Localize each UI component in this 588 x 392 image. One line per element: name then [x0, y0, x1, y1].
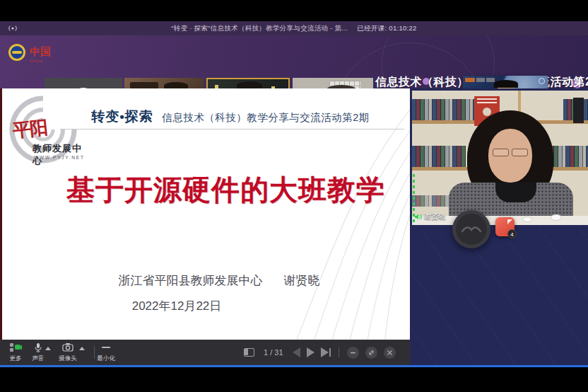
video-scene: [208, 79, 288, 88]
panel-icon[interactable]: [244, 348, 254, 357]
next-slide-button[interactable]: [321, 347, 331, 357]
bottom-toolbar: 更多 声音 摄像头 最小化: [0, 340, 410, 365]
slide-header: 转变•探索 信息技术（科技）教学分享与交流活动第2期: [57, 108, 404, 126]
main-area: 平阳 教师发展中心 WWW.PYJY.NET 转变•探索 信息技术（科技）教学分…: [0, 88, 588, 365]
slide-date: 2022年12月22日: [85, 298, 269, 314]
video-scene: [463, 76, 548, 88]
video-scene: [293, 78, 373, 88]
audio-options-caret[interactable]: [45, 347, 51, 350]
speaker-label: 谢贤晓: [415, 212, 445, 221]
stream-badge[interactable]: [486, 78, 495, 82]
page-indicator: 1 / 31: [264, 348, 283, 357]
meeting-title-text: “转变 · 探索”信息技术（科技）教学分享与交流活动 - 第...: [171, 24, 348, 32]
stream-badge[interactable]: [476, 78, 485, 82]
slide-presenter: 谢贤晓: [284, 272, 320, 289]
shared-slide[interactable]: 平阳 教师发展中心 WWW.PYJY.NET 转变•探索 信息技术（科技）教学分…: [0, 88, 410, 340]
slide-title: 基于开源硬件的大班教学: [66, 171, 385, 209]
more-label: 更多: [10, 354, 22, 363]
pingyang-logo-cn: 平阳: [11, 115, 47, 144]
minus-icon: [350, 350, 356, 356]
pingyang-logo-url: WWW.PYJY.NET: [34, 155, 85, 160]
minimize-icon: [101, 342, 111, 352]
pager-divider: [339, 347, 339, 357]
slide-edge-strip: [0, 88, 2, 340]
elapsed-time: 已经开课: 01:10:22: [357, 24, 416, 32]
association-logo-bar: [12, 51, 22, 54]
society-logo-icon: [539, 78, 545, 84]
play-button[interactable]: [307, 347, 314, 357]
file-share-button[interactable]: 4: [495, 217, 514, 236]
bird-button[interactable]: [452, 210, 490, 248]
video-thumb-mascot[interactable]: 卓世科技小熊老师: [45, 78, 122, 88]
camera-icon: [62, 342, 74, 352]
camera-options-caret[interactable]: [79, 347, 85, 350]
stream-badge[interactable]: [465, 78, 475, 82]
video-thumb-liu[interactable]: 广州市教研院 刘载兴: [124, 78, 204, 88]
video-thumb-teacher[interactable]: 温州 张老师: [293, 78, 373, 88]
slide-divider: [60, 129, 404, 129]
speaker-name: 谢贤晓: [424, 212, 445, 221]
minimize-label: 最小化: [97, 354, 115, 363]
camera-label: 摄像头: [59, 354, 77, 363]
file-icon: [507, 219, 512, 224]
audio-button[interactable]: 声音: [24, 342, 52, 363]
speaker-video[interactable]: 谢贤晓: [412, 91, 588, 225]
mic-icon: [34, 342, 42, 352]
slide-header-rest: 信息技术（科技）教学分享与交流活动第2期: [162, 112, 370, 123]
camera-button[interactable]: 摄像头: [54, 342, 82, 363]
close-button[interactable]: [384, 347, 396, 359]
more-icon: [9, 342, 22, 352]
expand-button[interactable]: [365, 347, 377, 359]
screen: “转变 · 探索”信息技术（科技）教学分享与交流活动 - 第... 已经开课: …: [0, 0, 588, 392]
video-thumb-longhui[interactable]: 龙晖: [206, 78, 290, 88]
video-scene: [412, 91, 588, 225]
association-logo-en: China: [30, 59, 42, 63]
meeting-title: “转变 · 探索”信息技术（科技）教学分享与交流活动 - 第... 已经开课: …: [0, 21, 588, 35]
expand-icon: [368, 350, 375, 356]
window-titlebar[interactable]: “转变 · 探索”信息技术（科技）教学分享与交流活动 - 第... 已经开课: …: [0, 21, 588, 35]
zoom-out-button[interactable]: [347, 347, 359, 359]
window-border: [0, 365, 588, 367]
prev-slide-button[interactable]: [293, 347, 300, 357]
slide-pager: 1 / 31: [244, 340, 396, 365]
slide-swoosh-decoration: [254, 88, 410, 340]
audio-label: 声音: [33, 354, 45, 363]
association-logo-text: 中国: [30, 45, 51, 59]
video-scene: [124, 78, 204, 88]
minimize-button[interactable]: 最小化: [92, 342, 120, 363]
speaker-icon: [415, 214, 422, 220]
slide-header-bold: 转变•探索: [91, 109, 153, 124]
slide-org: 浙江省平阳县教师发展中心: [119, 272, 263, 289]
bird-icon: [460, 224, 483, 234]
conference-header: 中国 China 卓世科技小熊老师: [0, 35, 588, 88]
slide-org-line: 浙江省平阳县教师发展中心 谢贤晓: [99, 272, 339, 289]
close-icon: [387, 350, 393, 356]
video-thumb-yangzhe[interactable]: 杨哲 中国电子学会 x0: [463, 76, 548, 88]
file-count-badge: 4: [507, 229, 517, 238]
pingyang-logo: 平阳 教师发展中心 WWW.PYJY.NET: [4, 93, 89, 171]
